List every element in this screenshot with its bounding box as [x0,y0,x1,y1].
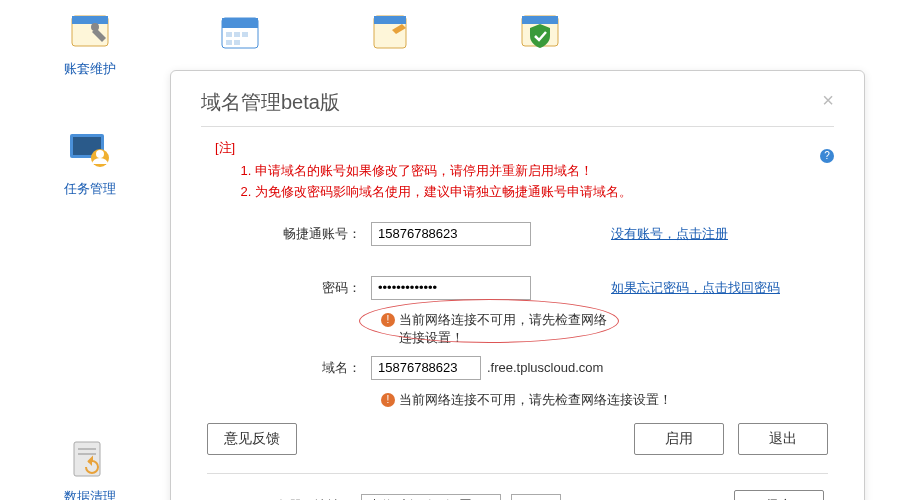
note-icon [368,10,412,54]
note-1: 申请域名的账号如果修改了密码，请停用并重新启用域名！ [255,161,834,182]
close-icon[interactable]: × [822,89,834,112]
svg-rect-11 [374,16,406,24]
help-icon[interactable]: ? [820,149,834,163]
toolbar-icon-note[interactable] [360,10,420,54]
note-2: 为免修改密码影响域名使用，建议申请独立畅捷通账号申请域名。 [255,182,834,203]
svg-rect-1 [72,16,108,24]
sidebar-icon-data[interactable]: 数据清理 [60,438,120,500]
warn-icon: ! [381,313,395,327]
dialog-title: 域名管理beta版 [201,89,340,116]
password-label: 密码： [201,279,371,297]
svg-rect-6 [234,32,240,37]
warn-text-1: 当前网络连接不可用，请先检查网络连接设置！ [399,311,619,347]
warn-icon: ! [381,393,395,407]
password-input[interactable] [371,276,531,300]
svg-rect-20 [78,453,96,455]
ip-input[interactable] [361,494,501,500]
port-input[interactable] [511,494,561,500]
svg-rect-19 [78,448,96,450]
register-link[interactable]: 没有账号，点击注册 [611,225,728,243]
svg-rect-4 [222,18,258,28]
feedback-button[interactable]: 意见反馈 [207,423,297,455]
account-label: 畅捷通账号： [201,225,371,243]
toolbar-icon-shield[interactable] [510,10,570,54]
domain-label: 域名： [201,359,371,377]
toolbar-icon-maintain[interactable]: 账套维护 [60,10,120,78]
note-label: [注] [215,139,834,157]
svg-rect-5 [226,32,232,37]
document-recycle-icon [68,438,112,482]
shield-check-icon [518,10,562,54]
svg-rect-9 [234,40,240,45]
forgot-link[interactable]: 如果忘记密码，点击找回密码 [611,279,780,297]
save-button[interactable]: 保存 [734,490,824,500]
svg-rect-13 [522,16,558,24]
svg-point-2 [91,23,99,31]
wrench-page-icon [68,10,112,54]
domain-suffix: .free.tpluscloud.com [487,360,603,375]
warn-text-2: 当前网络连接不可用，请先检查网络连接设置！ [399,391,672,409]
calendar-icon [218,10,262,54]
toolbar-icon-calendar[interactable] [210,10,270,54]
svg-rect-8 [226,40,232,45]
domain-input[interactable] [371,356,481,380]
exit-button[interactable]: 退出 [738,423,828,455]
sidebar-icon-task[interactable]: 任务管理 [60,130,120,198]
enable-button[interactable]: 启用 [634,423,724,455]
domain-manage-dialog: 域名管理beta版 × ? [注] 申请域名的账号如果修改了密码，请停用并重新启… [170,70,865,500]
account-input[interactable] [371,222,531,246]
svg-point-17 [96,150,104,158]
svg-rect-7 [242,32,248,37]
monitor-user-icon [68,130,112,174]
